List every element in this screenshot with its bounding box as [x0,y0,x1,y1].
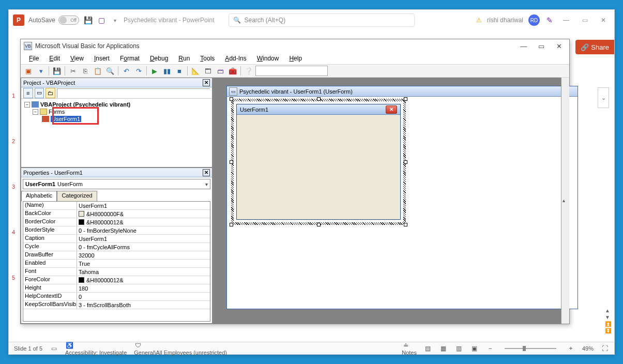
search-input[interactable]: 🔍 Search (Alt+Q) [229,13,415,27]
menu-view[interactable]: View [66,54,88,63]
view-reading-icon[interactable]: ▥ [455,344,463,353]
toggle-off-icon[interactable]: Off [58,16,79,25]
view-slideshow-icon[interactable]: ▣ [470,344,479,353]
save-icon[interactable]: 💾 [83,16,93,25]
tree-userform-item[interactable]: UserForm1 [42,115,209,123]
tab-categorized[interactable]: Categorized [57,191,97,201]
slide-nav-arrows[interactable]: ▲ ▼ ⏫ ⏬ [605,308,611,333]
view-code-icon[interactable]: ≡ [23,88,33,98]
present-icon[interactable]: ▢ [97,16,106,25]
notes-button[interactable]: ≐Notes [402,341,417,356]
project-explorer-close-button[interactable]: ✕ [203,79,210,86]
save-icon[interactable]: 💾 [51,65,63,77]
property-row[interactable]: FontTahoma [23,268,210,276]
vba-minimize-button[interactable]: — [516,41,531,51]
properties-icon[interactable]: 🗔 [202,65,214,77]
toolbox-icon[interactable]: 🧰 [227,65,238,77]
menu-format[interactable]: Format [116,54,144,63]
property-row[interactable]: DrawBuffer32000 [23,251,210,260]
zoom-in-button[interactable]: + [567,344,575,353]
status-sensitivity[interactable]: 🛡 General\All Employees (unrestricted) [134,341,227,356]
menu-debug[interactable]: Debug [146,54,172,63]
selection-frame[interactable]: UserForm1 ✕ [231,99,406,225]
vba-menubar[interactable]: FFileile Edit View Insert Format Debug R… [21,53,569,64]
design-mode-icon[interactable]: 📐 [190,65,201,77]
property-row[interactable]: CaptionUserForm1 [23,235,210,243]
pen-tools-icon[interactable]: ✎ [545,16,554,25]
property-value[interactable]: &H8000000F& [77,210,210,218]
tree-project-root[interactable]: − VBAProject (Psychedelic vibrant) [24,101,209,108]
resize-handle-nw[interactable] [230,97,233,101]
double-down-icon[interactable]: ⏬ [605,328,611,333]
resize-handle-e[interactable] [404,160,407,164]
zoom-slider[interactable] [505,348,556,349]
view-object-icon[interactable]: ▭ [35,88,44,98]
property-value[interactable]: True [77,260,210,267]
property-value[interactable]: &H80000012& [77,276,210,284]
resize-handle-sw[interactable] [230,223,233,226]
resize-handle-se[interactable] [404,223,407,226]
resize-handle-s[interactable] [317,223,321,226]
property-value[interactable]: &H80000012& [77,218,210,226]
close-button[interactable]: ✕ [597,13,610,27]
menu-file[interactable]: FFileile [25,54,43,63]
property-value[interactable]: 0 - fmBorderStyleNone [77,226,210,234]
collapse-icon[interactable]: − [24,102,30,108]
property-value[interactable]: 0 - fmCycleAllForms [77,243,210,251]
autosave-toggle[interactable]: AutoSave Off [28,16,79,25]
chevron-up-icon[interactable]: ▲ [561,198,566,203]
property-value[interactable]: UserForm1 [77,202,210,209]
tab-alphabetic[interactable]: Alphabetic [21,191,57,201]
property-row[interactable]: BorderStyle0 - fmBorderStyleNone [23,226,210,235]
property-value[interactable]: 3 - fmScrollBarsBoth [77,301,210,309]
find-icon[interactable]: 🔍 [104,65,116,77]
double-up-icon[interactable]: ⏫ [605,321,611,327]
menu-run[interactable]: Run [174,54,194,63]
collapse-icon[interactable]: − [33,109,38,115]
share-button[interactable]: 🔗 Share [575,40,614,54]
user-avatar[interactable]: RD [528,14,540,26]
zoom-percent[interactable]: 49% [582,345,594,352]
ribbon-collapse-button[interactable]: ⌄ [598,87,609,108]
view-ppt-icon[interactable]: ▣ [23,65,34,77]
resize-handle-n[interactable] [317,97,321,101]
property-row[interactable]: EnabledTrue [23,260,210,268]
property-value[interactable]: 180 [77,284,210,292]
property-row[interactable]: ForeColor&H80000012& [23,276,210,284]
properties-tabs[interactable]: Alphabetic Categorized [21,191,212,201]
undo-icon[interactable]: ↶ [120,65,132,77]
resize-handle-w[interactable] [230,160,233,164]
userform-close-button[interactable]: ✕ [386,105,397,114]
paste-icon[interactable]: 📋 [92,65,103,77]
form-designer-mdi[interactable]: ▭ Psychedelic vibrant - UserForm1 (UserF… [226,86,578,309]
property-value[interactable]: UserForm1 [77,235,210,242]
userform-client-area[interactable] [237,115,400,219]
redo-icon[interactable]: ↷ [133,65,144,77]
menu-tools[interactable]: Tools [196,54,219,63]
menu-addins[interactable]: Add-Ins [221,54,250,63]
menu-edit[interactable]: Edit [45,54,64,63]
property-row[interactable]: BackColor&H8000000F& [23,210,210,218]
userform-preview[interactable]: UserForm1 ✕ [236,104,401,220]
property-row[interactable]: Cycle0 - fmCycleAllForms [23,243,210,251]
properties-grid[interactable]: (Name)UserForm1BackColor&H8000000F&Borde… [23,201,210,322]
property-row[interactable]: (Name)UserForm1 [23,202,210,210]
object-browser-icon[interactable]: 🗃 [215,65,226,77]
menu-insert[interactable]: Insert [90,54,114,63]
fit-window-icon[interactable]: ⛶ [601,344,609,353]
copy-icon[interactable]: ⎘ [80,65,91,77]
reset-icon[interactable]: ■ [174,65,185,77]
procedure-combo[interactable] [255,66,328,76]
cut-icon[interactable]: ✂ [67,65,79,77]
maximize-button[interactable]: ▭ [578,13,591,27]
mdi-scrollbar[interactable]: ▲ [561,78,569,324]
menu-window[interactable]: Window [253,54,283,63]
property-value[interactable]: Tahoma [77,268,210,276]
toggle-folders-icon[interactable]: 🗀 [45,88,55,98]
help-icon[interactable]: ❔ [243,65,254,77]
property-value[interactable]: 32000 [77,251,210,259]
status-accessibility[interactable]: ♿ Accessibility: Investigate [65,341,127,356]
property-row[interactable]: HelpContextID0 [23,293,210,301]
form-designer-surface[interactable]: UserForm1 ✕ [227,97,578,309]
view-sorter-icon[interactable]: ▦ [439,344,448,353]
